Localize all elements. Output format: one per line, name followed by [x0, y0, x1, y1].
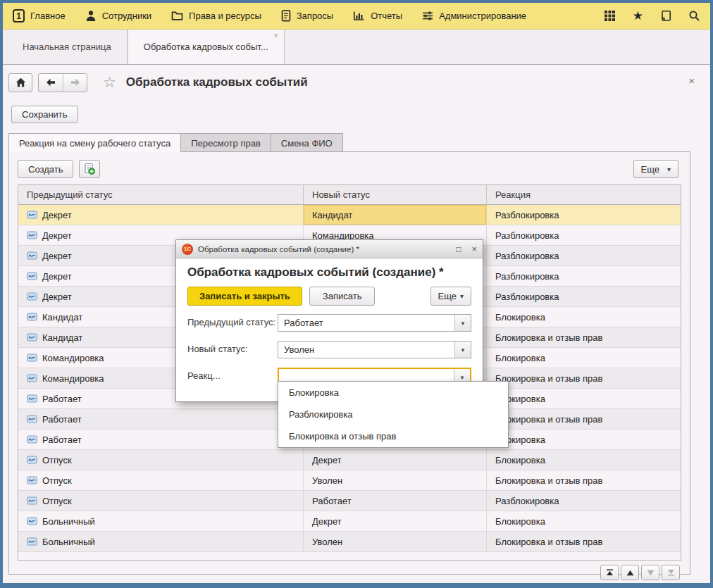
- status-record-icon: [27, 333, 37, 342]
- cell-prev-status[interactable]: Отпуск: [18, 470, 304, 490]
- cell-reaction[interactable]: Блокировка: [487, 307, 681, 327]
- column-header-reaction[interactable]: Реакция: [487, 185, 681, 204]
- cell-prev-status[interactable]: Больничный: [18, 511, 304, 531]
- cell-reaction[interactable]: Блокировка: [487, 348, 681, 368]
- grid-toolbar: Создать Еще: [18, 159, 681, 179]
- menu-item-label: Сотрудники: [102, 11, 151, 21]
- reaction-dropdown: БлокировкаРазблокировкаБлокировка и отзы…: [278, 381, 509, 448]
- cell-prev-status[interactable]: Работает: [18, 409, 304, 429]
- menu-item-label: Отчеты: [371, 11, 402, 21]
- cell-reaction[interactable]: Блокировка и отзыв прав: [487, 532, 681, 551]
- tab-rights-review[interactable]: Пересмотр прав: [181, 133, 271, 152]
- cell-reaction[interactable]: Разблокировка: [487, 287, 681, 306]
- tab-name-change[interactable]: Смена ФИО: [271, 133, 343, 152]
- close-icon[interactable]: ×: [471, 244, 477, 254]
- save-button[interactable]: Сохранить: [11, 106, 78, 123]
- field-label: Новый статус:: [187, 341, 278, 355]
- tab-close-icon[interactable]: ×: [273, 32, 278, 39]
- cell-prev-status[interactable]: Отпуск: [18, 491, 304, 511]
- go-last-button[interactable]: [662, 565, 680, 580]
- cell-prev-status[interactable]: Декрет: [18, 205, 304, 225]
- cell-reaction[interactable]: Блокировка и отзыв прав: [487, 470, 681, 490]
- search-icon[interactable]: [688, 10, 700, 22]
- maximize-icon[interactable]: □: [456, 244, 461, 254]
- cell-reaction[interactable]: Разблокировка: [487, 205, 681, 225]
- dialog-title: Обработка кадровых событий (создание) *: [187, 265, 471, 280]
- cell-reaction[interactable]: Блокировка: [487, 511, 681, 531]
- favorite-toggle-icon[interactable]: ☆: [103, 74, 116, 91]
- tab-status-reaction[interactable]: Реакция на смену рабочего статуса: [8, 133, 181, 152]
- cell-new-status[interactable]: Уволен: [304, 532, 487, 551]
- cell-reaction[interactable]: Блокировка: [487, 389, 681, 408]
- cell-new-status[interactable]: Декрет: [304, 511, 487, 531]
- history-nav-group: [38, 73, 87, 92]
- chevron-down-icon[interactable]: [454, 315, 471, 331]
- chevron-down-icon[interactable]: [454, 342, 471, 358]
- go-first-button[interactable]: [600, 565, 619, 580]
- save-and-close-button[interactable]: Записать и закрыть: [187, 287, 302, 306]
- write-button[interactable]: Записать: [309, 287, 376, 306]
- tab-hr-events[interactable]: Обработка кадровых событ... ×: [128, 30, 285, 64]
- dropdown-option[interactable]: Разблокировка: [278, 404, 508, 425]
- home-button[interactable]: [8, 73, 32, 92]
- form-tabs: Реакция на смену рабочего статуса Пересм…: [3, 133, 710, 152]
- cell-prev-status[interactable]: Работает: [18, 430, 304, 449]
- menu-item-rights-resources[interactable]: Права и ресурсы: [171, 11, 261, 21]
- go-next-button[interactable]: [641, 565, 659, 580]
- cell-reaction[interactable]: Разблокировка: [487, 491, 681, 511]
- column-header-prev-status[interactable]: Предыдущий статус: [18, 185, 304, 204]
- table-header: Предыдущий статус Новый статус Реакция: [18, 185, 681, 205]
- dialog-titlebar[interactable]: 1С Обработка кадровых событий (создание)…: [176, 240, 483, 258]
- go-prev-button[interactable]: [621, 565, 639, 580]
- cell-reaction[interactable]: Блокировка: [487, 450, 681, 470]
- history-icon[interactable]: [660, 10, 671, 22]
- dialog-more-button[interactable]: Еще: [430, 287, 471, 306]
- session-tabbar: Начальная страница Обработка кадровых со…: [3, 30, 710, 65]
- create-button[interactable]: Создать: [18, 160, 73, 178]
- grid-more-button[interactable]: Еще: [633, 160, 678, 178]
- cell-reaction[interactable]: Блокировка: [487, 430, 681, 449]
- cell-new-status[interactable]: Кандидат: [304, 205, 487, 225]
- menu-item-main[interactable]: 1 Главное: [13, 9, 66, 23]
- cell-new-status[interactable]: Декрет: [304, 450, 487, 470]
- cell-prev-status[interactable]: Больничный: [18, 532, 304, 551]
- menu-item-employees[interactable]: Сотрудники: [85, 10, 151, 22]
- create-record-dialog: 1С Обработка кадровых событий (создание)…: [175, 239, 483, 402]
- table-row[interactable]: ОтпускРаботаетРазблокировка: [18, 491, 681, 511]
- status-record-icon: [27, 415, 37, 423]
- status-record-icon: [27, 496, 37, 505]
- menu-item-administration[interactable]: Администрирование: [422, 11, 526, 21]
- dropdown-option[interactable]: Блокировка: [278, 382, 508, 404]
- table-row[interactable]: БольничныйДекретБлокировка: [18, 511, 681, 532]
- dropdown-option[interactable]: Блокировка и отзыв прав: [278, 425, 508, 447]
- cell-new-status[interactable]: Работает: [304, 491, 487, 511]
- grid-menu-icon[interactable]: [604, 10, 616, 22]
- cell-reaction[interactable]: Разблокировка: [487, 246, 681, 265]
- field-new-status: Новый статус: Уволен: [187, 341, 471, 358]
- prev-status-combo[interactable]: Работает: [278, 314, 471, 332]
- cell-reaction[interactable]: Блокировка и отзыв прав: [487, 327, 681, 347]
- menu-item-reports[interactable]: Отчеты: [353, 11, 402, 21]
- table-row[interactable]: ОтпускДекретБлокировка: [18, 450, 681, 470]
- form-close-icon[interactable]: ×: [688, 75, 695, 87]
- cell-reaction[interactable]: Разблокировка: [487, 266, 681, 286]
- tab-home-page[interactable]: Начальная страница: [7, 30, 128, 64]
- table-row[interactable]: БольничныйУволенБлокировка и отзыв прав: [18, 532, 681, 552]
- cell-reaction[interactable]: Блокировка и отзыв прав: [487, 409, 681, 429]
- cell-prev-status[interactable]: Отпуск: [18, 450, 304, 470]
- cell-new-status[interactable]: Уволен: [304, 470, 487, 490]
- cell-reaction[interactable]: Разблокировка: [487, 225, 681, 245]
- table-row[interactable]: ДекретКандидатРазблокировка: [18, 205, 681, 225]
- combo-value: Уволен: [278, 342, 454, 358]
- back-button[interactable]: [39, 74, 63, 92]
- copy-button[interactable]: [79, 160, 100, 178]
- favorites-star-icon[interactable]: ★: [633, 8, 643, 23]
- menu-item-requests[interactable]: Запросы: [281, 10, 333, 22]
- form-header: ☆ Обработка кадровых событий ×: [3, 65, 710, 100]
- column-header-new-status[interactable]: Новый статус: [304, 185, 487, 204]
- cell-reaction[interactable]: Блокировка и отзыв прав: [487, 368, 681, 388]
- new-status-combo[interactable]: Уволен: [278, 341, 471, 358]
- forward-button[interactable]: [63, 74, 87, 92]
- status-record-icon: [27, 272, 37, 280]
- table-row[interactable]: ОтпускУволенБлокировка и отзыв прав: [18, 470, 681, 491]
